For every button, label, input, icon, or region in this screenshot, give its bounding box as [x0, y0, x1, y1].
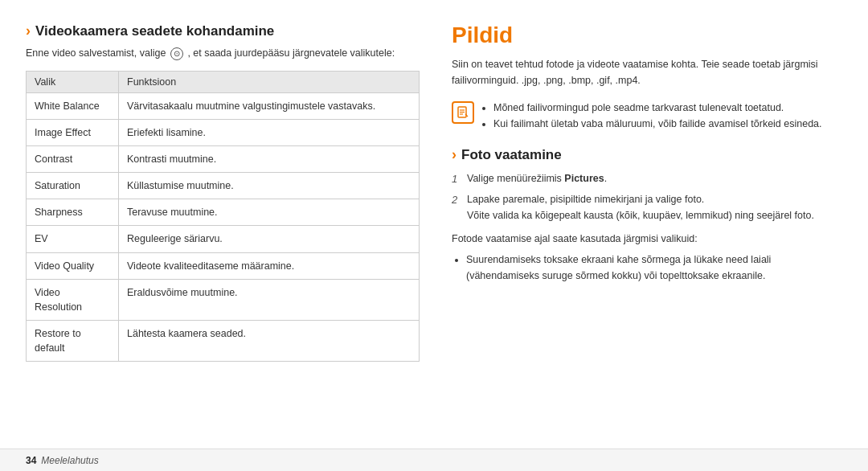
table-cell-funktsioon: Kontrasti muutmine. [119, 146, 420, 173]
table-cell-valik: Image Effect [27, 119, 119, 145]
settings-icon: ⊙ [170, 47, 183, 60]
note-item: Mõned failivormingud pole seadme tarkvar… [493, 100, 822, 116]
table-cell-valik: Contrast [27, 146, 119, 173]
foto-step-item: 2Lapake paremale, pisipiltide nimekirjan… [452, 192, 842, 223]
table-row: Video QualityVideote kvaliteeditaseme mä… [27, 252, 420, 279]
foto-steps: 1Valige menüürežiimis Pictures.2Lapake p… [452, 171, 842, 223]
left-column: › Videokaamera seadete kohandamine Enne … [26, 23, 420, 448]
note-box: Mõned failivormingud pole seadme tarkvar… [452, 100, 842, 132]
table-cell-funktsioon: Lähtesta kaamera seaded. [119, 320, 420, 361]
section-title-text: Videokaamera seadete kohandamine [35, 23, 274, 39]
table-cell-valik: Restore to default [27, 320, 119, 361]
pildid-intro: Siin on teavet tehtud fotode ja videote … [452, 56, 842, 88]
foto-section-heading: › Foto vaatamine [452, 146, 842, 163]
note-icon [452, 101, 474, 124]
step-text: Lapake paremale, pisipiltide nimekirjani… [467, 192, 814, 223]
footer: 34 Meelelahutus [0, 448, 868, 471]
foto-chevron-icon: › [452, 146, 457, 163]
table-row: Video ResolutionEraldusvõime muutmine. [27, 279, 420, 320]
table-row: SaturationKüllastumise muutmine. [27, 173, 420, 199]
table-cell-funktsioon: Teravuse muutmine. [119, 199, 420, 226]
table-row: Restore to defaultLähtesta kaamera seade… [27, 320, 420, 361]
table-row: Image EffectEriefekti lisamine. [27, 119, 420, 145]
col-header-valik: Valik [27, 71, 119, 92]
foto-title-text: Foto vaatamine [461, 147, 562, 163]
table-cell-valik: Saturation [27, 173, 119, 199]
page-label: Meelelahutus [41, 455, 98, 466]
foto-extra-text: Fotode vaatamise ajal saate kasutada jär… [452, 231, 842, 247]
note-item: Kui failimaht ületab vaba mäluruumi, või… [493, 116, 822, 132]
settings-table: Valik Funktsioon White BalanceVärvitasak… [26, 71, 420, 362]
note-text: Mõned failivormingud pole seadme tarkvar… [482, 100, 822, 132]
intro-paragraph: Enne video salvestamist, valige ⊙ , et s… [26, 46, 420, 61]
table-row: SharpnessTeravuse muutmine. [27, 199, 420, 226]
chevron-icon: › [26, 23, 31, 39]
pildid-title: Pildid [452, 23, 842, 48]
bullet-item: Suurendamiseks toksake ekraani kahe sõrm… [466, 252, 842, 284]
table-cell-funktsioon: Eriefekti lisamine. [119, 119, 420, 145]
table-cell-valik: White Balance [27, 92, 119, 119]
table-cell-valik: Video Resolution [27, 279, 119, 320]
table-cell-funktsioon: Eraldusvõime muutmine. [119, 279, 420, 320]
table-row: EVReguleerige säriarvu. [27, 226, 420, 252]
foto-step-item: 1Valige menüürežiimis Pictures. [452, 171, 842, 187]
step-number: 1 [452, 171, 461, 187]
table-cell-funktsioon: Videote kvaliteeditaseme määramine. [119, 252, 420, 279]
step-number: 2 [452, 192, 461, 223]
section-heading: › Videokaamera seadete kohandamine [26, 23, 420, 39]
table-cell-valik: EV [27, 226, 119, 252]
col-header-funktsioon: Funktsioon [119, 71, 420, 92]
table-cell-funktsioon: Küllastumise muutmine. [119, 173, 420, 199]
table-row: ContrastKontrasti muutmine. [27, 146, 420, 173]
table-cell-valik: Video Quality [27, 252, 119, 279]
page-number: 34 [26, 455, 36, 466]
table-row: White BalanceVärvitasakaalu muutmine val… [27, 92, 420, 119]
table-cell-funktsioon: Värvitasakaalu muutmine valgustingimuste… [119, 92, 420, 119]
table-cell-valik: Sharpness [27, 199, 119, 226]
foto-bullets: Suurendamiseks toksake ekraani kahe sõrm… [452, 252, 842, 284]
step-text: Valige menüürežiimis Pictures. [467, 171, 607, 187]
table-cell-funktsioon: Reguleerige säriarvu. [119, 226, 420, 252]
right-column: Pildid Siin on teavet tehtud fotode ja v… [452, 23, 842, 448]
